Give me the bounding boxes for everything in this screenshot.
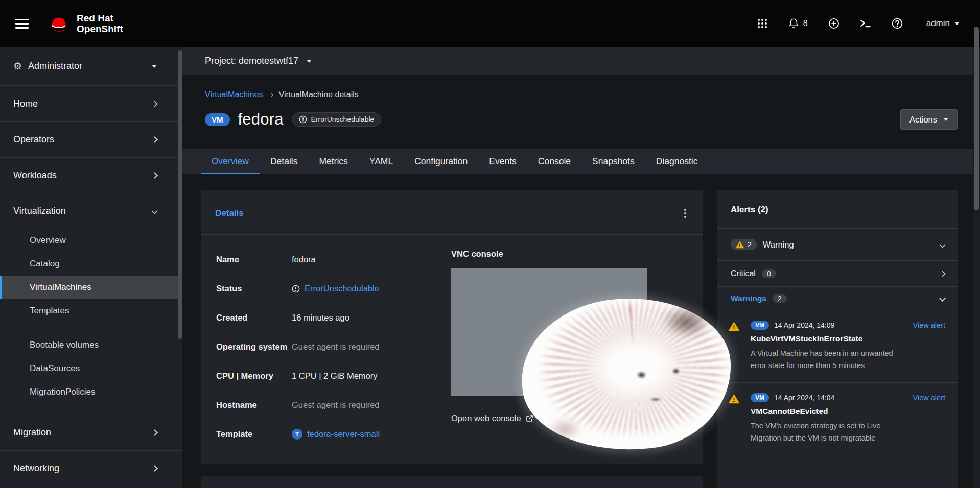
actions-dropdown-button[interactable]: Actions [900, 109, 958, 130]
details-card: Details Name fedora Status [201, 190, 703, 464]
alert-description: The VM's eviction strategy is set to Liv… [751, 420, 901, 445]
vm-kind-badge: VM [751, 321, 769, 330]
sidebar-item-migration[interactable]: Migration [0, 414, 182, 450]
chevron-right-icon [151, 172, 158, 179]
sidebar-item-virt-templates[interactable]: Templates [0, 299, 182, 323]
masthead: Red Hat OpenShift 8 [0, 0, 980, 47]
breadcrumb-virtualmachines-link[interactable]: VirtualMachines [205, 90, 263, 100]
exclamation-circle-icon [292, 285, 300, 293]
sidebar-item-home[interactable]: Home [0, 86, 182, 121]
app-launcher-icon[interactable] [757, 18, 768, 29]
template-link[interactable]: fedora-server-small [307, 429, 380, 439]
perspective-switcher[interactable]: ⚙ Administrator [0, 47, 182, 86]
detail-row-operating-system: Operating system Guest agent is required [216, 332, 451, 361]
notifications-button[interactable]: 8 [788, 18, 808, 29]
user-name: admin [926, 18, 950, 29]
import-yaml-icon[interactable] [828, 18, 839, 29]
vnc-console-thumbnail[interactable] [451, 268, 647, 396]
status-link[interactable]: ErrorUnschedulable [305, 284, 379, 294]
kebab-menu-icon[interactable] [682, 207, 688, 220]
detail-row-template: Template T fedora-server-small [216, 420, 451, 449]
masthead-toolbar: 8 admin [757, 18, 960, 29]
sidebar-item-label: Bootable volumes [30, 340, 99, 350]
alert-item: VM 14 Apr 2024, 14:09 View alert KubeVir… [717, 310, 958, 382]
sidebar-item-virtualization[interactable]: Virtualization [0, 193, 182, 229]
sidebar-item-virt-overview[interactable]: Overview [0, 229, 182, 252]
sidebar-item-label: Workloads [13, 170, 57, 181]
open-web-console-link[interactable]: Open web console [451, 413, 687, 423]
details-list: Name fedora Status [216, 245, 451, 449]
tab-yaml[interactable]: YAML [359, 149, 404, 174]
tab-diagnostic[interactable]: Diagnostic [645, 149, 709, 174]
alert-timestamp: 14 Apr 2024, 14:04 [774, 394, 834, 402]
sidebar-item-label: Catalog [30, 259, 60, 269]
sidebar-item-virt-virtualmachines[interactable]: VirtualMachines [0, 276, 182, 299]
external-link-icon [526, 414, 533, 422]
sidebar-item-virt-datasources[interactable]: DataSources [0, 357, 182, 380]
detail-label: Name [216, 255, 292, 264]
template-badge: T [292, 429, 302, 440]
detail-row-cpu-memory: CPU | Memory 1 CPU | 2 GiB Memory [216, 361, 451, 391]
brand-line1: Red Hat [77, 13, 123, 23]
tab-console[interactable]: Console [527, 149, 581, 174]
sidebar-item-networking[interactable]: Networking [0, 450, 182, 486]
warning-triangle-icon [729, 394, 739, 404]
critical-label: Critical [731, 269, 756, 278]
chevron-down-icon [151, 208, 158, 214]
caret-down-icon [943, 118, 948, 121]
view-alert-link[interactable]: View alert [913, 321, 945, 329]
tab-configuration[interactable]: Configuration [404, 149, 478, 174]
sidebar-divider [0, 328, 182, 328]
sidebar-item-workloads[interactable]: Workloads [0, 157, 182, 193]
terminal-icon[interactable] [860, 19, 871, 28]
detail-row-hostname: Hostname Guest agent is required [216, 391, 451, 420]
tab-overview[interactable]: Overview [201, 149, 260, 174]
caret-down-icon [307, 60, 312, 63]
chevron-down-icon [939, 295, 946, 302]
vm-detail-tabs: Overview Details Metrics YAML Configurat… [182, 149, 980, 174]
detail-label: Created [216, 313, 292, 323]
page-scroll-region: VirtualMachines VirtualMachine details V… [182, 75, 980, 488]
detail-value: Guest agent is required [292, 400, 451, 410]
detail-value: 1 CPU | 2 GiB Memory [292, 371, 451, 381]
sidebar-item-label: Networking [13, 463, 59, 474]
sidebar-nav: ⚙ Administrator Home Operators Workloads… [0, 47, 182, 488]
critical-accordion-row[interactable]: Critical 0 [717, 261, 958, 286]
warnings-accordion-row[interactable]: Warnings 2 [717, 287, 958, 310]
exclamation-circle-icon [299, 115, 307, 124]
tab-events[interactable]: Events [478, 149, 527, 174]
sidebar-item-label: Home [13, 99, 38, 109]
vm-status-badge[interactable]: ErrorUnschedulable [292, 112, 382, 127]
sidebar-item-label: MigrationPolicies [30, 387, 96, 397]
nav-toggle-icon[interactable] [15, 19, 29, 29]
detail-label: Status [216, 284, 292, 294]
alert-title: VMCannotBeEvicted [751, 407, 945, 416]
sidebar-scrollbar[interactable] [178, 50, 182, 339]
project-selector[interactable]: Project: demotestwtf17 [182, 47, 980, 75]
alerts-summary-row[interactable]: 2 Warning [717, 229, 958, 260]
help-icon[interactable] [892, 18, 903, 29]
tab-details[interactable]: Details [260, 149, 309, 174]
alerts-card: Alerts (2) 2 [717, 190, 958, 488]
alert-timestamp: 14 Apr 2024, 14:09 [774, 321, 834, 329]
redhat-hat-icon [47, 15, 71, 32]
overview-right-column: Alerts (2) 2 [717, 190, 958, 488]
perspective-label: Administrator [28, 61, 146, 71]
tab-snapshots[interactable]: Snapshots [581, 149, 645, 174]
chevron-right-icon [151, 429, 158, 436]
sidebar-item-operators[interactable]: Operators [0, 121, 182, 157]
tab-metrics[interactable]: Metrics [308, 149, 358, 174]
sidebar-item-virt-migrationpolicies[interactable]: MigrationPolicies [0, 380, 182, 404]
details-card-title[interactable]: Details [215, 208, 244, 218]
gear-icon: ⚙ [13, 60, 22, 72]
sidebar-item-virt-catalog[interactable]: Catalog [0, 252, 182, 276]
sidebar-item-virt-bootable-volumes[interactable]: Bootable volumes [0, 333, 182, 357]
redhat-openshift-logo: Red Hat OpenShift [47, 13, 123, 34]
view-alert-link[interactable]: View alert [913, 394, 945, 402]
critical-count: 0 [762, 269, 776, 278]
brand-line2: OpenShift [77, 23, 123, 34]
window-scrollbar[interactable] [974, 27, 979, 210]
user-menu[interactable]: admin [926, 18, 960, 29]
open-web-console-label: Open web console [451, 413, 521, 423]
vnc-console-label: VNC console [451, 249, 687, 259]
